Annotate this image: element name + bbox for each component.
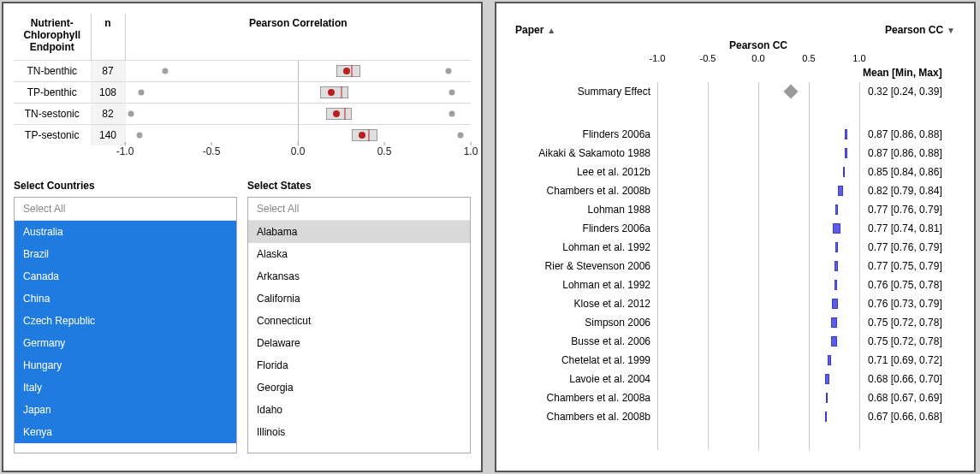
sort-paper-label: Paper — [515, 24, 543, 36]
stat-text: 0.82 [0.79, 0.84] — [859, 185, 962, 197]
endpoint-column-header: Nutrient- Chlorophyll Endpoint — [14, 14, 91, 61]
forest-row: Chambers et al. 2008b0.67 [0.66, 0.68] — [512, 407, 962, 426]
forest-summary-row: Summary Effect0.32 [0.24, 0.39] — [512, 82, 962, 101]
min-dot — [162, 68, 168, 74]
endpoint-cell: TP-sestonic — [14, 125, 91, 146]
state-item[interactable]: Alabama — [248, 221, 470, 243]
country-item[interactable]: China — [15, 287, 236, 310]
state-item[interactable]: California — [248, 287, 470, 310]
max-dot — [457, 133, 463, 139]
endpoint-cell: TN-benthic — [14, 61, 91, 82]
stat-text: 0.76 [0.73, 0.79] — [859, 298, 962, 310]
ci-bar — [835, 204, 839, 215]
forest-row-strip — [657, 388, 859, 407]
paper-name: Lee et al. 2012b — [512, 166, 657, 178]
paper-name: Lavoie et al. 2004 — [512, 373, 657, 385]
state-select-all[interactable]: Select All — [248, 198, 470, 221]
min-dot — [136, 133, 142, 139]
forest-row: Chambers et al. 2008a0.68 [0.67, 0.69] — [512, 388, 962, 407]
state-item[interactable]: Illinois — [248, 421, 470, 443]
forest-axis-tick: -0.5 — [700, 53, 716, 63]
paper-name: Klose et al. 2012 — [512, 298, 657, 310]
endpoint-cell: TN-sestonic — [14, 104, 91, 125]
states-listbox[interactable]: Select AllAlabamaAlaskaArkansasCaliforni… — [247, 197, 471, 453]
forest-axis-row: Pearson CC -1.0-0.50.00.51.0 — [512, 39, 962, 67]
forest-row-strip — [657, 82, 859, 101]
paper-name: Simpson 2006 — [512, 317, 657, 329]
endpoint-summary-table: Nutrient- Chlorophyll Endpoint n Pearson… — [14, 14, 471, 171]
ci-bar — [845, 148, 846, 158]
forest-row: Flinders 2006a0.87 [0.86, 0.88] — [512, 125, 962, 144]
n-cell: 82 — [91, 104, 125, 125]
country-item[interactable]: Italy — [15, 376, 236, 399]
country-item[interactable]: Germany — [15, 332, 236, 354]
ci-bar — [832, 299, 838, 309]
state-item[interactable]: Delaware — [248, 332, 470, 354]
forest-axis-tick: 0.5 — [802, 53, 815, 63]
max-dot — [448, 111, 454, 117]
country-item[interactable]: Australia — [15, 221, 236, 243]
stat-text: 0.87 [0.86, 0.88] — [859, 128, 962, 140]
state-item[interactable]: Florida — [248, 354, 470, 376]
axis-tick: 1.0 — [464, 145, 478, 157]
country-item[interactable]: Canada — [15, 265, 236, 287]
summary-row: TP-sestonic140 — [14, 125, 471, 146]
forest-row-strip — [657, 294, 859, 313]
mean-dot — [328, 89, 335, 96]
country-item[interactable]: Kenya — [15, 421, 236, 443]
summary-diamond-icon — [783, 85, 798, 99]
state-item[interactable]: Alaska — [248, 243, 470, 265]
forest-row: Klose et al. 20120.76 [0.73, 0.79] — [512, 294, 962, 313]
axis-tick: 0.0 — [291, 145, 306, 157]
median-line — [351, 65, 352, 77]
mean-dot — [333, 110, 340, 117]
country-item[interactable]: Brazil — [15, 243, 236, 265]
summary-forest-strip — [126, 104, 472, 124]
forest-axis-tick: 1.0 — [852, 53, 865, 63]
forest-row-strip — [657, 200, 859, 219]
forest-row-strip — [657, 257, 859, 276]
country-select-all[interactable]: Select All — [15, 198, 236, 221]
state-item[interactable]: Connecticut — [248, 310, 470, 332]
forest-row-strip — [657, 181, 859, 200]
state-item[interactable]: Idaho — [248, 399, 470, 421]
forest-row-strip — [657, 219, 859, 238]
ci-bar — [835, 242, 839, 252]
ci-bar — [825, 374, 829, 384]
max-dot — [448, 90, 454, 96]
country-item[interactable]: Hungary — [15, 354, 236, 376]
state-item[interactable]: Arkansas — [248, 265, 470, 287]
forest-row: Flinders 2006a0.77 [0.74, 0.81] — [512, 219, 962, 238]
paper-name: Chambers et al. 2008a — [512, 392, 657, 404]
n-cell: 87 — [91, 61, 125, 82]
forest-row-strip — [657, 351, 859, 370]
stat-text: 0.68 [0.67, 0.69] — [859, 392, 962, 404]
axis-tick: 0.5 — [377, 145, 392, 157]
ci-bar — [826, 393, 828, 403]
stat-column-header: Mean [Min, Max] — [859, 67, 962, 82]
stat-text: 0.67 [0.66, 0.68] — [859, 411, 962, 423]
forest-row-strip — [657, 332, 859, 351]
summary-forest-strip — [126, 61, 472, 81]
summary-row: TP-benthic108 — [14, 82, 471, 104]
sort-by-pearson[interactable]: Pearson CC ▼ — [885, 24, 955, 36]
median-line — [368, 129, 369, 141]
mean-dot — [343, 68, 350, 74]
sort-desc-icon: ▼ — [947, 26, 955, 35]
country-item[interactable]: Czech Republic — [15, 310, 236, 332]
n-cell: 140 — [91, 125, 125, 146]
ci-bar — [828, 355, 831, 365]
paper-name: Flinders 2006a — [512, 222, 657, 234]
forest-row: Chambers et al. 2008b0.82 [0.79, 0.84] — [512, 181, 962, 200]
mean-dot — [359, 132, 365, 139]
summary-panel: Nutrient- Chlorophyll Endpoint n Pearson… — [2, 2, 483, 472]
forest-row: Lee et al. 2012b0.85 [0.84, 0.86] — [512, 163, 962, 181]
max-dot — [445, 68, 451, 74]
forest-row: Lohman 19880.77 [0.76, 0.79] — [512, 200, 962, 219]
sort-by-paper[interactable]: Paper ▲ — [515, 24, 555, 36]
state-item[interactable]: Georgia — [248, 376, 470, 399]
countries-listbox[interactable]: Select AllAustraliaBrazilCanadaChinaCzec… — [14, 197, 237, 453]
correlation-column-header: Pearson Correlation — [125, 14, 471, 61]
forest-row: Lohman et al. 19920.77 [0.76, 0.79] — [512, 238, 962, 257]
country-item[interactable]: Japan — [15, 399, 236, 421]
